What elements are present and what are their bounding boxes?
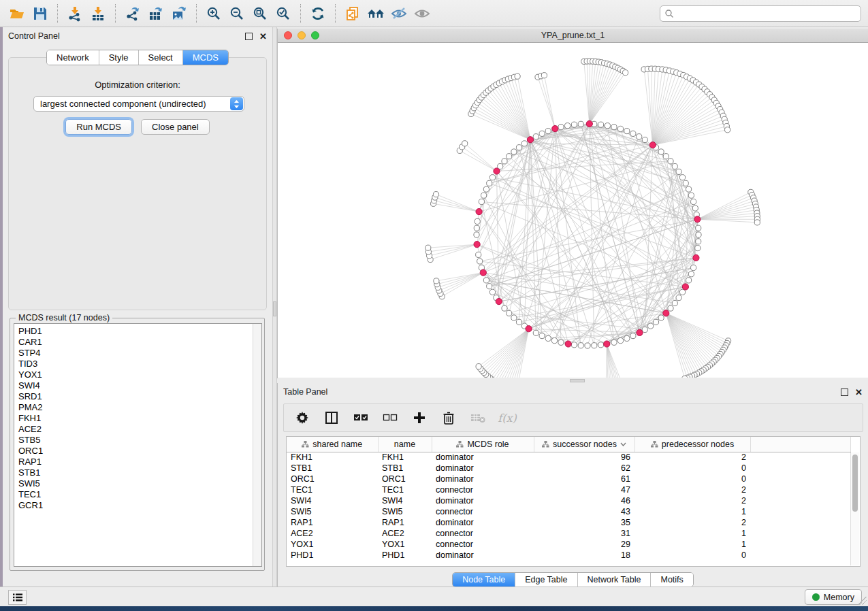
graph-leaf-node[interactable] bbox=[462, 141, 468, 146]
tab-mcds[interactable]: MCDS bbox=[182, 50, 228, 65]
graph-node[interactable] bbox=[533, 330, 539, 335]
zoom-out-button[interactable] bbox=[225, 3, 248, 24]
graph-node[interactable] bbox=[571, 342, 577, 348]
graph-node[interactable] bbox=[558, 125, 564, 130]
graph-node[interactable] bbox=[688, 193, 694, 198]
zoom-fit-button[interactable] bbox=[248, 3, 272, 24]
graph-node[interactable] bbox=[653, 319, 658, 325]
graph-node[interactable] bbox=[642, 137, 647, 142]
graph-leaf-node[interactable] bbox=[434, 278, 439, 284]
float-panel-icon[interactable] bbox=[245, 33, 253, 40]
task-history-button[interactable] bbox=[8, 590, 27, 605]
graph-node[interactable] bbox=[489, 175, 495, 180]
graph-hub-node[interactable] bbox=[649, 142, 656, 148]
network-canvas[interactable] bbox=[278, 43, 868, 378]
search-input[interactable] bbox=[660, 5, 861, 22]
graph-node[interactable] bbox=[696, 232, 701, 237]
graph-node[interactable] bbox=[648, 323, 654, 329]
table-scrollbar[interactable] bbox=[850, 452, 859, 565]
graph-node[interactable] bbox=[489, 289, 495, 295]
horizontal-splitter[interactable] bbox=[277, 378, 868, 383]
graph-leaf-node[interactable] bbox=[623, 70, 628, 76]
list-item[interactable]: STB5 bbox=[14, 435, 261, 446]
graph-node[interactable] bbox=[696, 239, 701, 244]
graph-leaf-node[interactable] bbox=[541, 73, 547, 78]
column-header-successor-nodes[interactable]: successor nodes bbox=[534, 437, 634, 452]
splitter-handle[interactable] bbox=[570, 379, 585, 382]
graph-hub-node[interactable] bbox=[586, 120, 592, 127]
create-column-button[interactable] bbox=[411, 409, 428, 427]
graph-node[interactable] bbox=[691, 199, 696, 204]
column-header-shared-name[interactable]: shared name bbox=[287, 437, 378, 452]
scrollbar-thumb[interactable] bbox=[852, 455, 858, 512]
table-row[interactable]: YOX1YOX1connector291 bbox=[287, 539, 850, 550]
import-network-button[interactable] bbox=[63, 3, 86, 24]
graph-hub-node[interactable] bbox=[474, 242, 480, 248]
graph-hub-node[interactable] bbox=[604, 341, 610, 347]
graph-hub-node[interactable] bbox=[494, 168, 500, 174]
list-item[interactable]: ORC1 bbox=[14, 446, 261, 457]
graph-node[interactable] bbox=[545, 335, 551, 341]
list-item[interactable]: TID3 bbox=[14, 359, 261, 369]
deselect-all-button[interactable] bbox=[381, 409, 399, 427]
graph-node[interactable] bbox=[481, 193, 487, 198]
export-image-button[interactable] bbox=[167, 3, 191, 24]
graph-node[interactable] bbox=[611, 340, 617, 345]
graph-node[interactable] bbox=[475, 218, 480, 224]
list-scrollbar[interactable] bbox=[253, 324, 261, 566]
graph-node[interactable] bbox=[558, 340, 564, 345]
graph-node[interactable] bbox=[545, 129, 551, 134]
graph-node[interactable] bbox=[521, 141, 527, 146]
graph-node[interactable] bbox=[642, 327, 647, 332]
graph-node[interactable] bbox=[679, 289, 685, 295]
list-item[interactable]: SRD1 bbox=[14, 391, 261, 402]
export-table-button[interactable] bbox=[144, 3, 167, 24]
graph-node[interactable] bbox=[507, 310, 512, 316]
graph-node[interactable] bbox=[672, 163, 677, 169]
graph-node[interactable] bbox=[483, 278, 489, 283]
graph-hub-node[interactable] bbox=[565, 341, 571, 347]
chevron-down-icon[interactable] bbox=[620, 442, 626, 446]
table-row[interactable]: RAP1RAP1dominator352 bbox=[287, 517, 850, 528]
show-all-button[interactable] bbox=[411, 3, 434, 24]
graph-hub-node[interactable] bbox=[637, 329, 643, 335]
list-item[interactable]: FKH1 bbox=[14, 413, 261, 424]
table-row[interactable]: ACE2ACE2connector311 bbox=[287, 528, 850, 539]
graph-leaf-node[interactable] bbox=[754, 220, 760, 225]
graph-node[interactable] bbox=[688, 271, 694, 277]
list-item[interactable]: TEC1 bbox=[14, 489, 261, 500]
graph-node[interactable] bbox=[676, 169, 681, 174]
table-row[interactable]: ORC1ORC1dominator610 bbox=[287, 474, 850, 484]
table-row[interactable]: SWI5SWI5connector431 bbox=[287, 506, 850, 517]
graph-node[interactable] bbox=[658, 315, 664, 320]
graph-node[interactable] bbox=[585, 343, 590, 348]
graph-node[interactable] bbox=[672, 300, 677, 306]
close-panel-icon[interactable]: ✕ bbox=[259, 33, 267, 40]
tab-network[interactable]: Network bbox=[47, 50, 99, 65]
graph-node[interactable] bbox=[578, 121, 583, 127]
graph-node[interactable] bbox=[692, 205, 698, 211]
graph-node[interactable] bbox=[571, 122, 577, 127]
graph-hub-node[interactable] bbox=[480, 269, 486, 276]
network-window-titlebar[interactable]: YPA_prune.txt_1 bbox=[278, 29, 868, 43]
graph-node[interactable] bbox=[511, 315, 517, 320]
graph-node[interactable] bbox=[565, 123, 570, 129]
graph-node[interactable] bbox=[476, 252, 481, 257]
table-row[interactable]: PHD1PHD1dominator180 bbox=[287, 550, 850, 561]
list-item[interactable]: YOX1 bbox=[14, 369, 261, 380]
graph-node[interactable] bbox=[598, 122, 604, 127]
graph-node[interactable] bbox=[624, 129, 630, 134]
graph-node[interactable] bbox=[663, 154, 669, 159]
list-item[interactable]: STB1 bbox=[14, 467, 261, 478]
resize-grip-icon[interactable] bbox=[858, 597, 867, 605]
zoom-in-button[interactable] bbox=[202, 3, 225, 24]
tab-style[interactable]: Style bbox=[99, 50, 138, 65]
vertical-splitter[interactable] bbox=[272, 27, 277, 587]
list-item[interactable]: GCR1 bbox=[14, 500, 261, 511]
maximize-window-icon[interactable] bbox=[311, 31, 319, 39]
graph-node[interactable] bbox=[686, 186, 692, 192]
graph-node[interactable] bbox=[658, 149, 664, 154]
column-header-predecessor-nodes[interactable]: predecessor nodes bbox=[634, 437, 750, 452]
criterion-select[interactable]: largest connected component (undirected) bbox=[33, 96, 244, 112]
graph-node[interactable] bbox=[598, 342, 604, 348]
